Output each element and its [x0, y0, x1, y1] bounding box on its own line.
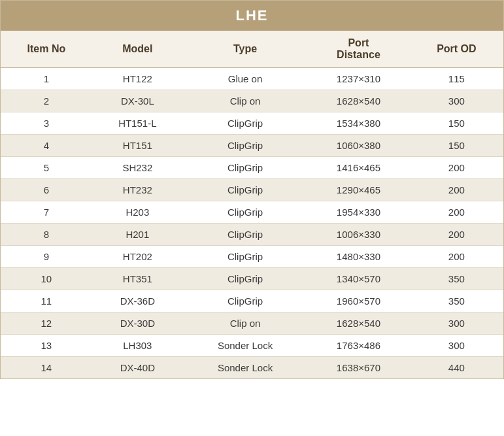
cell-type: ClipGrip [183, 157, 307, 179]
table-title: LHE [1, 1, 503, 31]
cell-model: HT351 [92, 268, 183, 290]
cell-port_od: 350 [410, 268, 503, 290]
cell-model: H201 [92, 224, 183, 246]
cell-port_distance: 1416×465 [307, 157, 410, 179]
cell-port_distance: 1628×540 [307, 312, 410, 335]
col-header-type: Type [183, 31, 307, 68]
cell-port_distance: 1960×570 [307, 290, 410, 312]
cell-port_distance: 1638×670 [307, 357, 410, 379]
table-row: 5SH232ClipGrip1416×465200 [1, 157, 503, 179]
table-row: 8H201ClipGrip1006×330200 [1, 224, 503, 246]
cell-item_no: 1 [1, 68, 92, 90]
cell-item_no: 7 [1, 201, 92, 224]
cell-port_distance: 1237×310 [307, 68, 410, 90]
col-header-model: Model [92, 31, 183, 68]
cell-type: ClipGrip [183, 246, 307, 268]
table-row: 2DX-30LClip on1628×540300 [1, 90, 503, 112]
table-row: 13LH303Sonder Lock1763×486300 [1, 335, 503, 357]
col-header-port-distance: PortDistance [307, 31, 410, 68]
cell-model: HT232 [92, 179, 183, 201]
cell-item_no: 9 [1, 246, 92, 268]
cell-port_distance: 1763×486 [307, 335, 410, 357]
cell-port_od: 200 [410, 179, 503, 201]
cell-item_no: 11 [1, 290, 92, 312]
table-row: 11DX-36DClipGrip1960×570350 [1, 290, 503, 312]
table-row: 6HT232ClipGrip1290×465200 [1, 179, 503, 201]
cell-item_no: 5 [1, 157, 92, 179]
cell-model: DX-36D [92, 290, 183, 312]
cell-type: Glue on [183, 68, 307, 90]
cell-port_distance: 1954×330 [307, 201, 410, 224]
table-row: 9HT202ClipGrip1480×330200 [1, 246, 503, 268]
cell-port_distance: 1290×465 [307, 179, 410, 201]
cell-model: HT151 [92, 135, 183, 157]
cell-model: DX-40D [92, 357, 183, 379]
cell-type: Clip on [183, 90, 307, 112]
cell-port_od: 200 [410, 157, 503, 179]
cell-port_od: 115 [410, 68, 503, 90]
header-row: Item No Model Type PortDistance Port OD [1, 31, 503, 68]
table-row: 7H203ClipGrip1954×330200 [1, 201, 503, 224]
cell-item_no: 12 [1, 312, 92, 335]
table-row: 10HT351ClipGrip1340×570350 [1, 268, 503, 290]
cell-model: H203 [92, 201, 183, 224]
col-header-port-od: Port OD [410, 31, 503, 68]
cell-type: ClipGrip [183, 179, 307, 201]
cell-model: HT122 [92, 68, 183, 90]
col-header-item-no: Item No [1, 31, 92, 68]
main-table-container: LHE Item No Model Type PortDistance Port… [0, 0, 504, 379]
cell-item_no: 8 [1, 224, 92, 246]
cell-port_distance: 1534×380 [307, 112, 410, 135]
cell-port_od: 300 [410, 335, 503, 357]
cell-type: ClipGrip [183, 290, 307, 312]
cell-model: HT202 [92, 246, 183, 268]
table-row: 1HT122Glue on1237×310115 [1, 68, 503, 90]
cell-port_od: 440 [410, 357, 503, 379]
cell-type: ClipGrip [183, 135, 307, 157]
cell-type: ClipGrip [183, 268, 307, 290]
cell-item_no: 3 [1, 112, 92, 135]
cell-type: Sonder Lock [183, 335, 307, 357]
cell-model: SH232 [92, 157, 183, 179]
cell-item_no: 2 [1, 90, 92, 112]
cell-port_distance: 1480×330 [307, 246, 410, 268]
table-row: 12DX-30DClip on1628×540300 [1, 312, 503, 335]
cell-port_od: 150 [410, 112, 503, 135]
cell-port_distance: 1060×380 [307, 135, 410, 157]
table-row: 3HT151-LClipGrip1534×380150 [1, 112, 503, 135]
cell-item_no: 13 [1, 335, 92, 357]
cell-item_no: 14 [1, 357, 92, 379]
cell-type: ClipGrip [183, 112, 307, 135]
cell-model: HT151-L [92, 112, 183, 135]
cell-model: LH303 [92, 335, 183, 357]
cell-port_od: 200 [410, 246, 503, 268]
cell-type: ClipGrip [183, 201, 307, 224]
cell-port_od: 150 [410, 135, 503, 157]
cell-type: Sonder Lock [183, 357, 307, 379]
cell-model: DX-30D [92, 312, 183, 335]
cell-port_od: 300 [410, 90, 503, 112]
cell-port_od: 200 [410, 224, 503, 246]
cell-port_od: 300 [410, 312, 503, 335]
table-row: 4HT151ClipGrip1060×380150 [1, 135, 503, 157]
cell-type: Clip on [183, 312, 307, 335]
cell-port_od: 350 [410, 290, 503, 312]
cell-item_no: 6 [1, 179, 92, 201]
data-table: Item No Model Type PortDistance Port OD … [1, 31, 503, 378]
cell-item_no: 10 [1, 268, 92, 290]
cell-port_distance: 1628×540 [307, 90, 410, 112]
cell-port_od: 200 [410, 201, 503, 224]
table-body: 1HT122Glue on1237×3101152DX-30LClip on16… [1, 68, 503, 379]
cell-model: DX-30L [92, 90, 183, 112]
table-row: 14DX-40DSonder Lock1638×670440 [1, 357, 503, 379]
cell-port_distance: 1006×330 [307, 224, 410, 246]
cell-item_no: 4 [1, 135, 92, 157]
cell-type: ClipGrip [183, 224, 307, 246]
cell-port_distance: 1340×570 [307, 268, 410, 290]
